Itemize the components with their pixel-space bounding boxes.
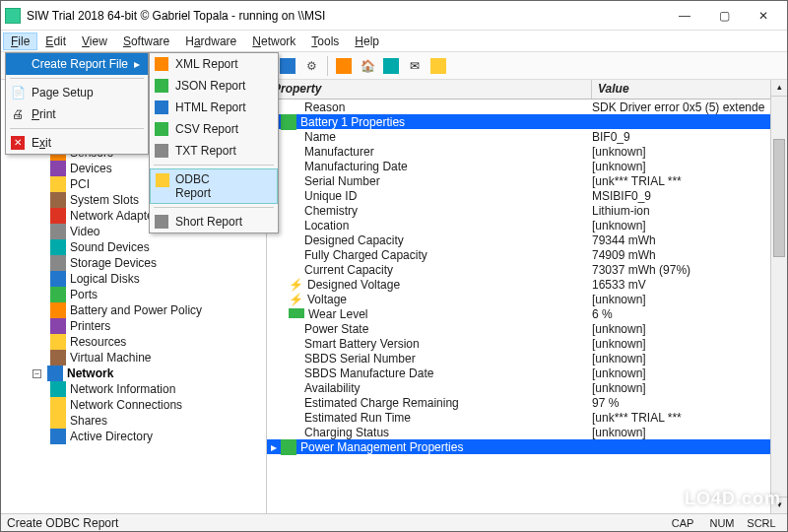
tree-item[interactable]: Storage Devices	[5, 255, 266, 271]
submenu-item[interactable]: Short Report	[150, 211, 278, 233]
property-row[interactable]: NameBIF0_9	[267, 129, 787, 144]
file-menu-dropdown: Create Report File ▸ 📄 Page Setup 🖨 Prin…	[5, 52, 149, 155]
property-row[interactable]: Manufacturer[unknown]	[267, 144, 787, 159]
toolbar-mail-button[interactable]: ✉	[404, 55, 426, 77]
property-value: Lithium-ion	[592, 204, 787, 218]
submenu-label: HTML Report	[175, 100, 246, 114]
submenu-item[interactable]: JSON Report	[150, 75, 278, 97]
property-value: 74909 mWh	[592, 248, 787, 262]
property-row[interactable]: Designed Capacity79344 mWh	[267, 233, 787, 247]
toolbar-btn-17[interactable]	[427, 55, 449, 77]
property-row[interactable]: Fully Charged Capacity74909 mWh	[267, 247, 787, 262]
property-row[interactable]: Charging Status[unknown]	[267, 425, 787, 439]
property-list[interactable]: ReasonSDK Driver error 0x5 (5) extende▸B…	[267, 100, 787, 513]
tree-item[interactable]: Logical Disks	[5, 271, 266, 287]
close-button[interactable]: ✕	[744, 2, 783, 30]
tree-item-icon	[50, 255, 66, 271]
tree-item[interactable]: Printers	[5, 318, 266, 334]
menu-edit[interactable]: Edit	[37, 33, 74, 50]
tree-item[interactable]: Virtual Machine	[5, 350, 266, 366]
scrollbar-vertical[interactable]: ▴ ▾	[770, 80, 787, 513]
tree-item-icon	[50, 350, 66, 366]
menu-hardware[interactable]: Hardware	[177, 33, 244, 50]
menu-separator	[10, 128, 144, 129]
menu-help[interactable]: Help	[347, 33, 387, 50]
menu-page-setup[interactable]: 📄 Page Setup	[6, 82, 148, 103]
tree-item[interactable]: Network Connections	[5, 397, 266, 413]
property-value: 79344 mWh	[592, 233, 787, 247]
tree-item-icon	[50, 397, 66, 413]
property-row[interactable]: Unique IDMSIBIF0_9	[267, 188, 787, 203]
tree-item[interactable]: Ports	[5, 287, 266, 302]
toolbar-btn-15[interactable]	[380, 55, 402, 77]
submenu-item[interactable]: HTML Report	[150, 97, 278, 118]
property-panel: Property Value ReasonSDK Driver error 0x…	[267, 80, 787, 513]
maximize-button[interactable]: ▢	[704, 2, 744, 30]
property-row[interactable]: Serial Number[unk*** TRIAL ***	[267, 173, 787, 188]
tree-item-label: Resources	[70, 334, 126, 350]
property-name: Smart Battery Version	[304, 337, 420, 351]
property-row[interactable]: Estimated Charge Remaining97 %	[267, 395, 787, 410]
property-section-header[interactable]: ▸Battery 1 Properties	[267, 114, 787, 129]
menu-print[interactable]: 🖨 Print	[6, 103, 148, 125]
property-row[interactable]: ⚡Voltage[unknown]	[267, 292, 787, 306]
tree-item[interactable]: Active Directory	[5, 429, 266, 444]
property-value: [unknown]	[592, 219, 787, 233]
menu-software[interactable]: Software	[115, 33, 177, 50]
property-section-header[interactable]: ▸Power Management Properties	[267, 439, 787, 454]
submenu-item[interactable]: ODBC Report	[150, 168, 278, 204]
toolbar-home-button[interactable]: 🏠	[357, 55, 378, 77]
tree-item[interactable]: Shares	[5, 413, 266, 429]
submenu-item[interactable]: XML Report	[150, 53, 278, 75]
tree-item-icon	[50, 302, 66, 318]
submenu-item[interactable]: TXT Report	[150, 140, 278, 162]
property-row[interactable]: ⚡Designed Voltage16533 mV	[267, 277, 787, 292]
submenu-arrow-icon: ▸	[134, 57, 140, 71]
property-row[interactable]: Power State[unknown]	[267, 321, 787, 336]
status-scrl: SCRL	[742, 517, 781, 529]
tree-item[interactable]: Battery and Power Policy	[5, 302, 266, 318]
menu-create-report-file[interactable]: Create Report File ▸	[6, 53, 148, 75]
collapse-icon[interactable]: −	[33, 369, 41, 378]
col-value[interactable]: Value	[592, 80, 787, 99]
menu-tools[interactable]: Tools	[303, 33, 347, 50]
property-row[interactable]: Manufacturing Date[unknown]	[267, 159, 787, 173]
toolbar-settings-button[interactable]: ⚙	[300, 55, 322, 77]
property-name: Unique ID	[304, 189, 357, 203]
property-row[interactable]: Current Capacity73037 mWh (97%)	[267, 262, 787, 277]
property-name: Estimated Run Time	[304, 411, 411, 425]
property-row[interactable]: Availability[unknown]	[267, 380, 787, 395]
property-row[interactable]: ReasonSDK Driver error 0x5 (5) extende	[267, 100, 787, 114]
window-title: SIW Trial 2018 64-bit © Gabriel Topala -…	[27, 9, 665, 23]
property-row[interactable]: Wear Level6 %	[267, 306, 787, 321]
tree-category-network[interactable]: −Network	[5, 366, 266, 381]
report-submenu: XML ReportJSON ReportHTML ReportCSV Repo…	[149, 52, 279, 233]
column-headers: Property Value	[267, 80, 787, 100]
tree-item[interactable]: Network Information	[5, 381, 266, 397]
menu-network[interactable]: Network	[244, 33, 303, 50]
submenu-item[interactable]: CSV Report	[150, 118, 278, 140]
tree-item[interactable]: Sound Devices	[5, 239, 266, 255]
property-row[interactable]: Estimated Run Time[unk*** TRIAL ***	[267, 410, 787, 425]
row-icon	[289, 307, 304, 321]
property-value: [unknown]	[592, 366, 787, 380]
property-row[interactable]: ChemistryLithium-ion	[267, 203, 787, 218]
property-name: Reason	[304, 100, 345, 114]
menu-separator	[154, 165, 274, 166]
property-row[interactable]: Smart Battery Version[unknown]	[267, 336, 787, 351]
tree-item-icon	[50, 176, 66, 192]
toolbar-btn-13[interactable]	[333, 55, 355, 77]
minimize-button[interactable]: —	[665, 2, 704, 30]
report-icon	[154, 56, 169, 72]
toolbar-btn-11[interactable]	[277, 55, 298, 77]
col-property[interactable]: Property	[267, 80, 592, 99]
property-row[interactable]: SBDS Manufacture Date[unknown]	[267, 366, 787, 380]
menu-exit[interactable]: ✕ Exit	[6, 132, 148, 154]
tree-item[interactable]: Resources	[5, 334, 266, 350]
menu-file[interactable]: File	[3, 33, 37, 50]
property-row[interactable]: Location[unknown]	[267, 218, 787, 233]
report-icon	[154, 143, 169, 159]
property-row[interactable]: SBDS Serial Number[unknown]	[267, 351, 787, 366]
property-name: Manufacturer	[304, 145, 374, 159]
menu-view[interactable]: View	[74, 33, 115, 50]
